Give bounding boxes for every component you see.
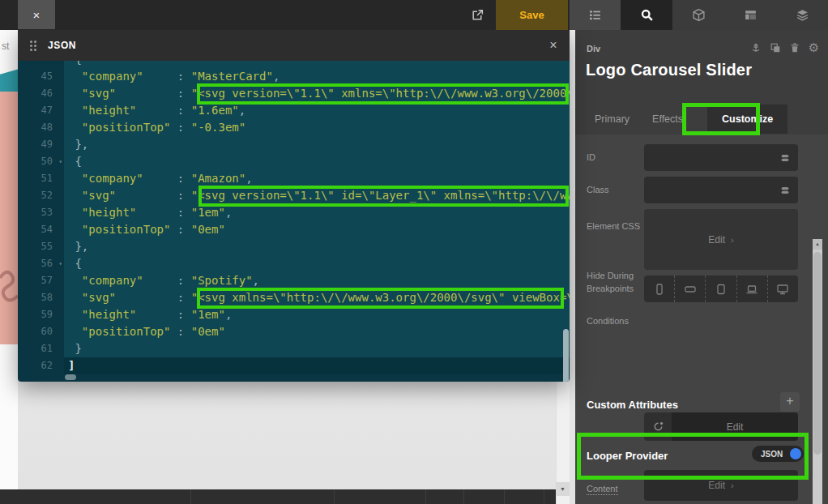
line-number xyxy=(18,61,64,68)
top-toolbar: × Save xyxy=(0,0,828,30)
code-line[interactable]: 60 "positionTop" : "0em" xyxy=(18,323,570,340)
line-number: 56▾ xyxy=(18,255,64,272)
breakpoints-label: Breakpoints xyxy=(587,284,634,293)
line-number: 53 xyxy=(18,204,64,221)
save-button[interactable]: Save xyxy=(496,0,568,30)
code-text: "positionTop" : "-0.3em" xyxy=(64,119,570,136)
line-number: 46 xyxy=(18,85,64,102)
tab-customize[interactable]: Customize xyxy=(707,105,787,134)
fold-arrow-icon[interactable]: ▾ xyxy=(58,255,62,272)
elements-cube-icon[interactable] xyxy=(672,0,724,30)
id-input[interactable] xyxy=(644,144,798,171)
sidebar-scrollbar-up-arrow[interactable]: ▲ xyxy=(813,239,822,250)
line-number: 52 xyxy=(18,187,64,204)
code-line[interactable]: 61 } xyxy=(18,340,570,357)
editor-horizontal-scrollbar-thumb[interactable] xyxy=(65,374,76,380)
editor-vertical-scrollbar-thumb[interactable] xyxy=(563,329,569,382)
code-line[interactable]: 56▾ { xyxy=(18,255,570,272)
code-text: "height" : "1em", xyxy=(64,204,570,221)
code-line[interactable]: 59 "height" : "1em", xyxy=(18,306,570,323)
breakpoint-laptop-icon[interactable] xyxy=(736,275,767,302)
edit-label: Edit xyxy=(708,480,725,491)
looper-content-edit-button[interactable]: Edit › xyxy=(644,470,798,501)
breakpoint-phone-landscape-icon[interactable] xyxy=(674,275,705,302)
layers-icon[interactable] xyxy=(776,0,828,30)
code-line[interactable]: 50▾ { xyxy=(18,153,570,170)
settings-gear-icon[interactable]: ⚙ xyxy=(808,41,820,53)
tab-effects[interactable]: Effects xyxy=(641,105,694,134)
search-icon[interactable] xyxy=(621,0,672,30)
fold-arrow-icon[interactable]: ▾ xyxy=(58,153,62,170)
page-scrollbar-down-arrow[interactable]: ▼ xyxy=(556,482,570,496)
code-text: } xyxy=(64,340,570,357)
code-line[interactable]: 54 "positionTop" : "0em" xyxy=(18,221,570,238)
background-script-logo xyxy=(0,254,18,335)
anchor-icon[interactable] xyxy=(749,41,762,53)
element-title: Logo Carousel Slider xyxy=(586,61,752,79)
sidebar-scrollbar-thumb[interactable] xyxy=(813,252,822,455)
code-line[interactable]: 49 }, xyxy=(18,136,570,153)
code-text: "company" : "Spotify", xyxy=(64,272,570,289)
code-text: "svg" : "<svg xmlns=\"http:\/\/www.w3.or… xyxy=(64,289,570,306)
inspector-tabs: Primary Effects Customize xyxy=(575,103,828,135)
tab-primary[interactable]: Primary xyxy=(583,105,641,134)
line-number: 47 xyxy=(18,102,64,119)
code-text: { xyxy=(64,153,570,170)
code-text: }, xyxy=(64,238,570,255)
element-type-label: Div xyxy=(587,44,600,53)
breakpoint-tablet-icon[interactable] xyxy=(705,275,736,302)
inspector-sidebar: Div ⚙ Logo Carousel Slider xyxy=(575,30,828,504)
code-editor[interactable]: {45 "company" : "MasterCard",46 "svg" : … xyxy=(18,61,570,382)
code-line[interactable]: 51 "company" : "Amazon", xyxy=(18,170,570,187)
code-line[interactable]: 47 "height" : "1.6em", xyxy=(18,102,570,119)
line-number: 50▾ xyxy=(18,153,64,170)
layout-columns-icon[interactable] xyxy=(724,0,776,30)
code-lines: {45 "company" : "MasterCard",46 "svg" : … xyxy=(18,61,570,374)
modal-header: JSON × xyxy=(18,30,570,61)
delete-trash-icon[interactable] xyxy=(788,41,800,53)
code-line[interactable]: 62] xyxy=(18,357,570,374)
element-actions: ⚙ xyxy=(749,41,820,53)
class-label: Class xyxy=(587,185,609,194)
chevron-right-icon: › xyxy=(731,235,734,245)
workspace-close-button[interactable]: × xyxy=(18,0,55,29)
code-text: "company" : "MasterCard", xyxy=(64,68,570,85)
breakpoint-phone-portrait-icon[interactable] xyxy=(644,275,674,302)
dynamic-content-icon xyxy=(779,152,791,164)
conditions-toggle-icon[interactable] xyxy=(644,412,672,441)
app-screen: st ▼ × Save xyxy=(0,0,828,504)
modal-close-icon[interactable]: × xyxy=(544,36,562,54)
dynamic-content-icon xyxy=(779,185,791,196)
content-label: Content xyxy=(587,484,618,493)
drag-handle-icon[interactable] xyxy=(30,41,36,51)
code-line[interactable]: 45 "company" : "MasterCard", xyxy=(18,68,570,85)
code-line[interactable]: 48 "positionTop" : "-0.3em" xyxy=(18,119,570,136)
line-number: 58 xyxy=(18,289,64,306)
code-line[interactable]: 46 "svg" : "<svg version=\"1.1\" xmlns=\… xyxy=(18,85,570,102)
custom-attributes-heading: Custom Attributes xyxy=(587,399,678,411)
code-line[interactable]: 57 "company" : "Spotify", xyxy=(18,272,570,289)
code-line[interactable]: { xyxy=(18,61,570,68)
chevron-right-icon: › xyxy=(731,481,734,490)
open-external-icon[interactable] xyxy=(463,0,491,30)
code-line[interactable]: 52 "svg" : "<svg version=\"1.1\" id=\"La… xyxy=(18,187,570,204)
conditions-edit-button[interactable]: Edit xyxy=(672,412,798,441)
background-partial-text: st xyxy=(2,41,9,52)
code-line[interactable]: 55 }, xyxy=(18,238,570,255)
sidebar-scrollbar[interactable]: ▲ xyxy=(813,239,822,504)
code-line[interactable]: 58 "svg" : "<svg xmlns=\"http:\/\/www.w3… xyxy=(18,289,570,306)
code-line[interactable]: 53 "height" : "1em", xyxy=(18,204,570,221)
class-input[interactable] xyxy=(644,177,798,203)
code-text: { xyxy=(64,255,570,272)
element-css-edit-button[interactable]: Edit › xyxy=(644,209,798,270)
add-attribute-button[interactable]: + xyxy=(780,392,800,412)
line-number: 62 xyxy=(18,357,64,374)
line-number: 49 xyxy=(18,136,64,153)
looper-json-toggle[interactable]: JSON xyxy=(752,446,804,462)
list-view-icon[interactable] xyxy=(570,0,621,30)
content-label-text: Content xyxy=(587,484,618,495)
line-number: 61 xyxy=(18,340,64,357)
breakpoint-desktop-icon[interactable] xyxy=(767,275,798,302)
inspector-panel: ID Class Element CSS Edit › Hide During … xyxy=(575,135,828,504)
duplicate-icon[interactable] xyxy=(769,41,781,53)
